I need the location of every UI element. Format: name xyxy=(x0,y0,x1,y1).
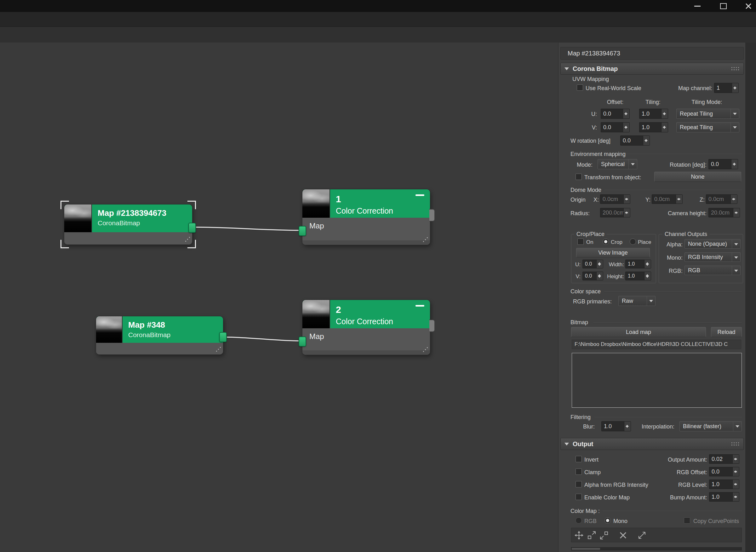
output-amount-spinner[interactable]: 0.02 xyxy=(709,454,739,464)
spinner-arrows-icon[interactable] xyxy=(731,195,737,203)
node-output-stub[interactable] xyxy=(429,319,435,332)
crop-on-checkbox[interactable] xyxy=(577,239,584,245)
rgb-offset-spinner[interactable]: 0.0 xyxy=(709,467,739,476)
crop-height-spinner[interactable]: 1.0 xyxy=(625,272,651,280)
use-real-world-scale-checkbox[interactable] xyxy=(577,85,583,91)
map-channel-spinner[interactable]: 1 xyxy=(714,83,739,93)
node-corona-bitmap-2[interactable]: Map #348 CoronaBitmap xyxy=(96,316,223,355)
scrollbar-thumb[interactable] xyxy=(572,548,600,550)
node-output-socket[interactable] xyxy=(188,223,196,233)
origin-z-spinner[interactable]: 0.0cm xyxy=(706,194,737,204)
u-tiling-mode-dropdown[interactable]: Repeat Tiling xyxy=(676,109,739,119)
origin-y-spinner[interactable]: 0.0cm xyxy=(652,194,683,204)
spinner-arrows-icon[interactable] xyxy=(732,493,739,501)
bitmap-path-field[interactable]: F:\Nimboo Dropbox\Nimboo Office\HDRI\3D … xyxy=(572,339,741,349)
v-tiling-spinner[interactable]: 1.0 xyxy=(639,122,668,132)
blur-spinner[interactable]: 1.0 xyxy=(601,421,631,431)
node-resize-grip[interactable] xyxy=(422,347,428,353)
alpha-label: Alpha: xyxy=(661,241,683,248)
w-rotation-spinner[interactable]: 0.0 xyxy=(620,135,650,146)
crop-v-spinner[interactable]: 0.0 xyxy=(582,272,603,280)
place-radio[interactable] xyxy=(630,239,636,245)
camera-height-spinner[interactable]: 20.0cm xyxy=(709,208,740,218)
collapse-button[interactable] xyxy=(416,305,424,306)
color-map-rgb-radio[interactable] xyxy=(576,517,582,524)
spinner-arrows-icon[interactable] xyxy=(643,136,649,145)
clamp-checkbox[interactable] xyxy=(576,468,582,475)
spinner-arrows-icon[interactable] xyxy=(623,109,629,119)
bump-amount-spinner[interactable]: 1.0 xyxy=(709,492,739,502)
spinner-arrows-icon[interactable] xyxy=(732,83,738,93)
delete-point-icon[interactable] xyxy=(618,530,628,540)
v-offset-spinner[interactable]: 0.0 xyxy=(601,122,630,132)
spinner-arrows-icon[interactable] xyxy=(596,272,603,280)
spinner-arrows-icon[interactable] xyxy=(731,159,738,169)
rollout-corona-bitmap-header[interactable]: Corona Bitmap xyxy=(560,63,744,75)
transform-object-none-button[interactable]: None xyxy=(654,172,741,182)
alpha-from-rgb-intensity-checkbox[interactable] xyxy=(576,481,582,488)
enable-color-map-checkbox[interactable] xyxy=(576,494,582,500)
spinner-arrows-icon[interactable] xyxy=(732,455,739,463)
v-tiling-mode-dropdown[interactable]: Repeat Tiling xyxy=(676,122,739,132)
minimize-button[interactable] xyxy=(691,0,704,12)
rgb-level-spinner[interactable]: 1.0 xyxy=(709,479,739,489)
move-point-icon[interactable] xyxy=(574,530,584,540)
rotation-spinner[interactable]: 0.0 xyxy=(709,159,738,169)
rollout-output-header[interactable]: Output xyxy=(560,438,744,450)
pan-zoom-icon[interactable] xyxy=(637,530,647,540)
u-tiling-spinner[interactable]: 1.0 xyxy=(639,109,668,119)
reload-button[interactable]: Reload xyxy=(711,327,742,337)
maximize-button[interactable] xyxy=(716,0,730,12)
crop-u-spinner[interactable]: 0.0 xyxy=(582,260,603,268)
u-offset-spinner[interactable]: 0.0 xyxy=(601,109,630,119)
radius-spinner[interactable]: 200.0cm xyxy=(600,208,630,218)
node-color-correction-1[interactable]: 1 Color Correction Map xyxy=(302,189,430,245)
node-corona-bitmap-1[interactable]: Map #2138394673 CoronaBitmap xyxy=(64,204,192,245)
node-input-socket[interactable] xyxy=(299,226,306,236)
environment-mode-dropdown[interactable]: Spherical xyxy=(598,159,637,169)
node-resize-grip[interactable] xyxy=(422,237,428,243)
add-point-icon[interactable] xyxy=(599,530,609,540)
scale-point-icon[interactable] xyxy=(587,530,597,540)
crop-v-value: 0.0 xyxy=(583,272,596,280)
spinner-arrows-icon[interactable] xyxy=(676,195,682,203)
rollout-grip-icon[interactable] xyxy=(731,442,740,446)
spinner-arrows-icon[interactable] xyxy=(644,260,651,268)
node-output-stub[interactable] xyxy=(429,209,435,222)
close-button[interactable] xyxy=(742,0,755,12)
node-input-socket[interactable] xyxy=(299,336,306,347)
rollout-grip-icon[interactable] xyxy=(731,66,740,71)
node-output-socket[interactable] xyxy=(219,332,227,342)
node-editor-canvas[interactable]: Map #2138394673 CoronaBitmap 1 Color Cor… xyxy=(0,42,559,552)
mono-output-dropdown[interactable]: RGB Intensity xyxy=(685,252,741,262)
node-color-correction-2[interactable]: 2 Color Correction Map xyxy=(302,300,430,355)
color-map-mono-label: Mono xyxy=(613,518,627,525)
load-map-button[interactable]: Load map xyxy=(571,327,706,337)
color-map-mono-radio[interactable] xyxy=(604,517,611,524)
spinner-arrows-icon[interactable] xyxy=(661,123,668,132)
origin-x-spinner[interactable]: 0.0cm xyxy=(600,194,630,204)
spinner-arrows-icon[interactable] xyxy=(623,195,630,203)
spinner-arrows-icon[interactable] xyxy=(596,260,603,268)
invert-checkbox[interactable] xyxy=(576,456,582,462)
spinner-arrows-icon[interactable] xyxy=(661,109,668,119)
rgb-output-dropdown[interactable]: RGB xyxy=(685,266,741,275)
interpolation-dropdown[interactable]: Bilinear (faster) xyxy=(679,421,742,431)
spinner-arrows-icon[interactable] xyxy=(623,123,629,132)
node-resize-grip[interactable] xyxy=(215,347,221,352)
collapse-button[interactable] xyxy=(416,194,424,196)
curve-hscrollbar[interactable] xyxy=(571,547,742,550)
crop-radio[interactable] xyxy=(603,239,609,245)
spinner-arrows-icon[interactable] xyxy=(733,208,740,217)
spinner-arrows-icon[interactable] xyxy=(624,422,631,431)
spinner-arrows-icon[interactable] xyxy=(732,480,739,489)
copy-curvepoints-checkbox[interactable] xyxy=(684,517,690,524)
crop-width-spinner[interactable]: 1.0 xyxy=(625,260,651,268)
transform-from-object-checkbox[interactable] xyxy=(576,174,582,180)
spinner-arrows-icon[interactable] xyxy=(644,272,651,280)
spinner-arrows-icon[interactable] xyxy=(623,208,630,217)
view-image-button[interactable]: View Image xyxy=(576,248,650,257)
spinner-arrows-icon[interactable] xyxy=(732,467,739,476)
alpha-output-dropdown[interactable]: None (Opaque) xyxy=(685,239,741,249)
rgb-primaries-dropdown[interactable]: Raw xyxy=(618,296,655,306)
